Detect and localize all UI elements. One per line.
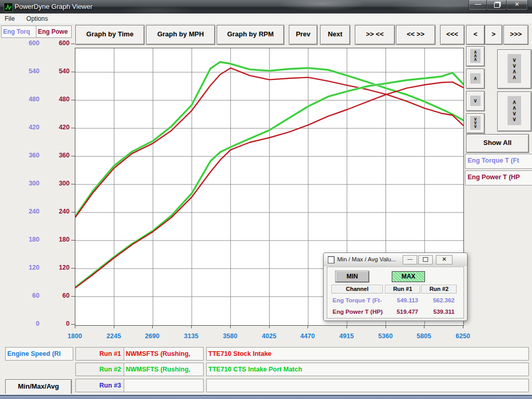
y-tick-mark bbox=[71, 100, 75, 100]
window-title: PowerDyne Graph Viewer bbox=[15, 0, 92, 14]
y-tick-mark bbox=[71, 44, 75, 44]
x-tick-mark bbox=[463, 325, 463, 328]
rpm-tick-label: 3135 bbox=[176, 332, 207, 340]
torque-tick-label: 420 bbox=[16, 124, 39, 131]
run2-label: Run #2 bbox=[75, 363, 125, 376]
run1-description-field[interactable]: TTE710 Stock Intake bbox=[206, 347, 529, 361]
run2-column-header[interactable]: Run #2 bbox=[421, 285, 457, 294]
next-button[interactable]: Next bbox=[320, 25, 350, 45]
down-chevron-icon: ∨ bbox=[472, 98, 478, 103]
x-tick-mark bbox=[308, 325, 308, 328]
run1-file-field[interactable]: NWMSFTS (Rushing, bbox=[124, 347, 204, 361]
min-toggle-button[interactable]: MIN bbox=[336, 271, 369, 282]
torque-axis-button[interactable]: Eng Torq bbox=[1, 25, 37, 38]
y-tick-mark bbox=[71, 184, 75, 184]
y-tick-mark bbox=[71, 156, 75, 156]
y-scroll-up-fast-button[interactable]: ∧∧∧ bbox=[466, 46, 485, 66]
x-tick-mark bbox=[114, 325, 114, 328]
power-tick-label: 240 bbox=[46, 208, 70, 215]
scroll-right-fast-button[interactable]: >>> bbox=[503, 25, 528, 45]
torque-tick-label: 240 bbox=[16, 208, 39, 215]
channel-column-header[interactable]: Channel bbox=[331, 285, 383, 294]
document-icon bbox=[328, 256, 335, 263]
y-tick-mark bbox=[71, 212, 75, 212]
minmax-window-title: Min / Max / Avg Valu... bbox=[337, 253, 396, 265]
run2-file-field[interactable]: NWMSFTS (Rushing, bbox=[124, 363, 204, 376]
run3-label: Run #3 bbox=[75, 379, 125, 392]
torque-tick-label: 360 bbox=[16, 152, 39, 159]
double-down-chevron-icon: ∨∨∨ bbox=[472, 117, 478, 128]
up-chevron-icon: ∧ bbox=[472, 76, 478, 81]
legend-torque-channel[interactable]: Eng Torque T (Ft bbox=[465, 154, 532, 169]
max-toggle-button[interactable]: MAX bbox=[392, 271, 425, 282]
torque-tick-label: 120 bbox=[16, 264, 39, 271]
close-button[interactable]: × bbox=[506, 0, 528, 10]
window-bottom-frame bbox=[0, 394, 532, 399]
restore-button[interactable] bbox=[486, 0, 507, 10]
run1-label: Run #1 bbox=[75, 347, 125, 361]
run1-column-header[interactable]: Run #1 bbox=[385, 285, 420, 294]
zoom-out-x-button[interactable]: << >> bbox=[396, 25, 435, 45]
y-collapse-scale-button[interactable]: ∨∨∧∧ bbox=[497, 49, 531, 89]
show-all-button[interactable]: Show All bbox=[466, 134, 529, 153]
y-scroll-down-fast-button[interactable]: ∨∨∨ bbox=[466, 113, 485, 134]
minimize-icon: — bbox=[475, 1, 481, 8]
power-tick-label: 180 bbox=[46, 236, 70, 243]
y-tick-mark bbox=[71, 240, 75, 241]
minimize-button[interactable]: — bbox=[469, 0, 487, 10]
y-tick-mark bbox=[71, 296, 75, 297]
restore-icon bbox=[494, 3, 500, 8]
power-tick-label: 480 bbox=[46, 96, 70, 103]
rpm-tick-label: 3580 bbox=[215, 332, 246, 340]
power-row-channel: Eng Power T (HP) bbox=[332, 309, 390, 315]
graph-by-rpm-button[interactable]: Graph by RPM bbox=[217, 25, 284, 45]
x-tick-mark bbox=[269, 325, 270, 328]
graph-by-time-button[interactable]: Graph by Time bbox=[75, 25, 144, 45]
y-scroll-up-button[interactable]: ∧ bbox=[466, 69, 485, 89]
scroll-right-button[interactable]: > bbox=[485, 25, 502, 45]
rpm-tick-label: 2690 bbox=[137, 332, 168, 340]
rpm-tick-label: 5805 bbox=[408, 332, 440, 340]
y-tick-mark bbox=[71, 128, 75, 128]
torque-tick-label: 300 bbox=[16, 180, 39, 187]
zoom-in-x-button[interactable]: >> << bbox=[355, 25, 395, 45]
rpm-tick-label: 2245 bbox=[98, 332, 129, 340]
torque-tick-label: 540 bbox=[16, 68, 39, 75]
scroll-left-button[interactable]: < bbox=[466, 25, 485, 45]
legend-power-channel[interactable]: Eng Power T (HP bbox=[465, 170, 532, 185]
run3-file-field[interactable] bbox=[124, 379, 204, 392]
torque-row-channel: Eng Torque T (Ft- bbox=[332, 297, 384, 303]
rpm-tick-label: 4915 bbox=[331, 332, 362, 340]
rpm-tick-label: 4025 bbox=[254, 332, 285, 340]
menu-bar: File Options bbox=[0, 14, 532, 24]
power-axis-button[interactable]: Eng Powe bbox=[36, 25, 72, 38]
double-up-chevron-icon: ∧∧∧ bbox=[472, 50, 478, 61]
power-tick-label: 600 bbox=[46, 39, 70, 47]
rpm-tick-label: 4470 bbox=[292, 332, 323, 340]
x-channel-button[interactable]: Engine Speed (RI bbox=[5, 347, 73, 361]
minmax-restore-button[interactable] bbox=[418, 255, 433, 264]
run2-description-field[interactable]: TTE710 CTS Intake Port Match bbox=[206, 363, 529, 376]
torque-tick-label: 600 bbox=[16, 39, 39, 47]
y-expand-scale-button[interactable]: ∧∧∨∨ bbox=[497, 91, 531, 131]
power-tick-label: 120 bbox=[46, 264, 70, 271]
menu-options[interactable]: Options bbox=[22, 14, 52, 24]
torque-tick-label: 480 bbox=[16, 96, 39, 103]
minmax-window[interactable]: Min / Max / Avg Valu... — × MIN MAX Chan… bbox=[323, 252, 468, 321]
minmax-body: MIN MAX Channel Run #1 Run #2 Eng Torque… bbox=[327, 267, 464, 318]
y-scroll-down-button[interactable]: ∨ bbox=[466, 91, 485, 111]
collapse-chevrons-icon: ∨∨∧∧ bbox=[511, 57, 518, 80]
x-tick-mark bbox=[424, 325, 424, 328]
torque-max-run1: 549.113 bbox=[385, 297, 418, 303]
run3-description-field[interactable] bbox=[206, 379, 529, 392]
minmax-title-bar: Min / Max / Avg Valu... — × bbox=[324, 253, 467, 266]
rpm-tick-label: 1800 bbox=[59, 332, 90, 340]
minmax-avg-button[interactable]: Min/Max/Avg bbox=[5, 379, 72, 395]
minmax-minimize-button[interactable]: — bbox=[403, 255, 417, 264]
minmax-close-button[interactable]: × bbox=[436, 255, 453, 264]
graph-by-mph-button[interactable]: Graph by MPH bbox=[146, 25, 215, 45]
prev-button[interactable]: Prev bbox=[289, 25, 317, 45]
menu-file[interactable]: File bbox=[0, 14, 19, 24]
scroll-left-fast-button[interactable]: <<< bbox=[440, 25, 464, 45]
x-tick-mark bbox=[152, 325, 153, 328]
